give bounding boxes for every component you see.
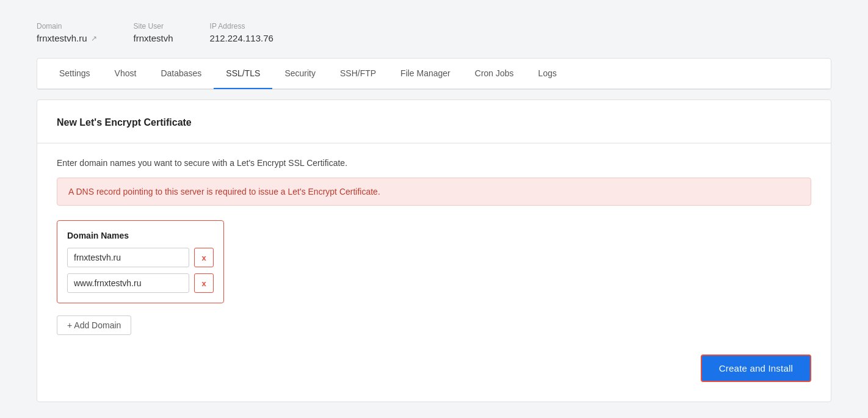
ip-address-info: IP Address 212.224.113.76 [210, 22, 273, 43]
footer-actions: Create and Install [57, 355, 811, 382]
domain-label: Domain [37, 22, 97, 31]
tab-file-manager[interactable]: File Manager [388, 59, 463, 89]
remove-domain-1-button[interactable]: x [194, 248, 214, 267]
ip-address-label: IP Address [210, 22, 273, 31]
tabs: Settings Vhost Databases SSL/TLS Securit… [37, 59, 831, 89]
domain-info: Domain frnxtestvh.ru ↗ [37, 22, 97, 43]
card-divider [37, 143, 831, 143]
add-domain-button[interactable]: + Add Domain [57, 315, 131, 335]
tab-ssh-ftp[interactable]: SSH/FTP [328, 59, 388, 89]
site-info: Domain frnxtestvh.ru ↗ Site User frnxtes… [37, 12, 831, 58]
create-install-button[interactable]: Create and Install [701, 355, 811, 382]
alert-warning: A DNS record pointing to this server is … [57, 178, 811, 206]
domain-names-title: Domain Names [67, 231, 214, 240]
site-user-value: frnxtestvh [134, 33, 173, 43]
card-description: Enter domain names you want to secure wi… [57, 158, 811, 168]
domain-row-2: x [67, 273, 214, 293]
domain-input-1[interactable] [67, 248, 189, 267]
domain-value: frnxtestvh.ru [37, 33, 87, 43]
content-card: New Let's Encrypt Certificate Enter doma… [37, 99, 831, 402]
tab-databases[interactable]: Databases [148, 59, 214, 89]
external-link-icon[interactable]: ↗ [91, 34, 97, 43]
tab-ssl-tls[interactable]: SSL/TLS [214, 59, 272, 89]
tab-logs[interactable]: Logs [526, 59, 569, 89]
tab-container: Settings Vhost Databases SSL/TLS Securit… [37, 58, 831, 90]
domain-row-1: x [67, 248, 214, 267]
tab-settings[interactable]: Settings [47, 59, 103, 89]
remove-domain-2-button[interactable]: x [194, 273, 214, 293]
domain-input-2[interactable] [67, 273, 189, 293]
tab-cron-jobs[interactable]: Cron Jobs [463, 59, 526, 89]
ip-address-value: 212.224.113.76 [210, 33, 273, 43]
site-user-label: Site User [134, 22, 173, 31]
tab-vhost[interactable]: Vhost [103, 59, 149, 89]
card-title: New Let's Encrypt Certificate [57, 117, 811, 128]
site-user-info: Site User frnxtestvh [134, 22, 173, 43]
tab-security[interactable]: Security [272, 59, 328, 89]
domain-names-box: Domain Names x x [57, 220, 224, 303]
